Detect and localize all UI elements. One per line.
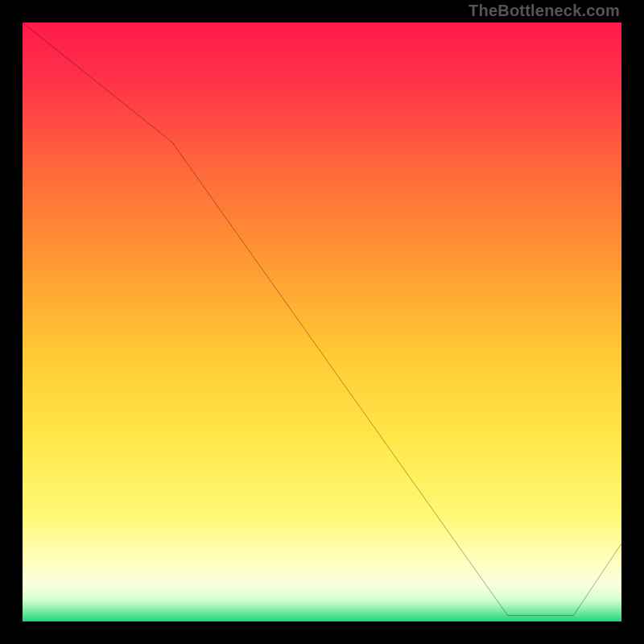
line-layer xyxy=(23,23,621,621)
plot-area xyxy=(23,23,621,621)
watermark-text: TheBottleneck.com xyxy=(469,2,620,20)
curve-line xyxy=(23,23,621,616)
chart-frame: TheBottleneck.com xyxy=(0,0,644,644)
